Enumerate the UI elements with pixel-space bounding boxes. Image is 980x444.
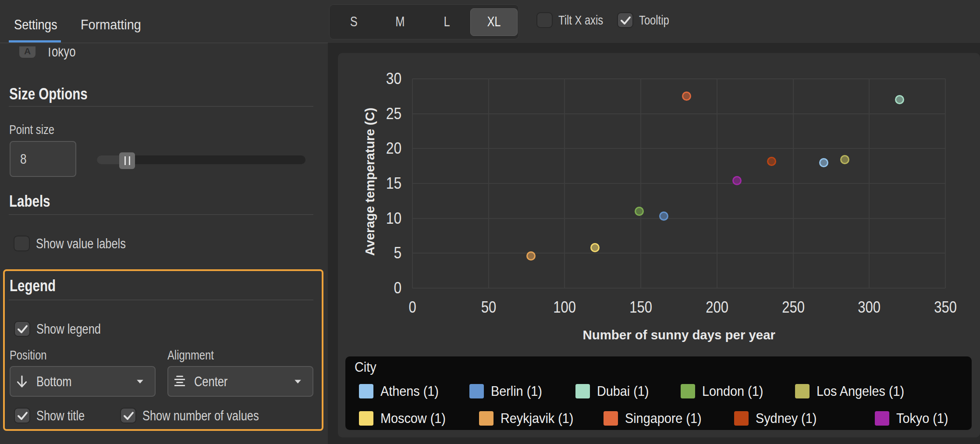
scatter-point-berlin[interactable] [659,211,668,221]
active-tab-underline [9,40,61,42]
size-option-label: XL [487,14,501,30]
alignment-dropdown[interactable]: Center [167,366,313,397]
legend-label: Moscow (1) [380,411,446,425]
gridline-horizontal [412,78,945,79]
show-title-row[interactable]: Show title [14,408,95,423]
y-tick-text: 0 [394,280,401,296]
y-tick-label: 10 [353,211,401,226]
show-legend-label: Show legend [36,322,115,336]
legend-item-singapore[interactable]: Singapore (1) [604,411,710,426]
slider-handle[interactable] [119,152,135,169]
legend-swatch [604,411,618,426]
legend-item-reykjavik[interactable]: Reykjavik (1) [479,411,582,426]
size-option-label: L [444,14,450,30]
legend-swatch [681,384,695,398]
series-style-icon[interactable]: A [19,46,36,58]
x-tick-text: 50 [481,300,496,315]
size-segmented-control: SMLXL [329,4,519,39]
series-row-label: Tokyo [46,48,76,59]
show-number-of-values-label: Show number of values [142,409,284,423]
gridline-horizontal [412,218,945,219]
series-row-tokyo[interactable]: A Tokyo [0,46,328,64]
x-tick-label: 350 [915,300,976,315]
legend-label: London (1) [702,384,763,398]
size-option-s[interactable]: S [330,8,377,36]
check-icon [16,409,29,422]
legend-item-london[interactable]: London (1) [681,384,770,398]
show-number-of-values-row[interactable]: Show number of values [120,408,284,423]
size-option-m[interactable]: M [377,8,423,36]
show-value-labels-checkbox[interactable] [14,236,30,251]
scatter-point-los-angeles[interactable] [840,155,849,164]
scatter-point-reykjavik[interactable] [526,251,536,261]
legend-swatch [734,411,749,426]
legend-label: Dubai (1) [597,384,649,398]
show-title-checkbox[interactable] [14,408,30,423]
series-row-label-clip: Tokyo [46,48,116,64]
tooltip-row[interactable]: Tooltip [617,12,676,28]
size-option-xl[interactable]: XL [470,8,518,36]
scatter-point-athens[interactable] [819,158,828,167]
show-legend-row[interactable]: Show legend [14,321,115,337]
legend-label: Reykjavik (1) [501,411,573,425]
legend-item-berlin[interactable]: Berlin (1) [469,384,548,398]
point-size-input[interactable]: 8 [10,141,76,177]
chart-preview-area: 051015202530 050100150200250300350 Avera… [328,43,980,444]
tooltip-checkbox[interactable] [617,12,633,28]
scatter-point-dubai[interactable] [895,95,904,104]
show-number-of-values-checkbox[interactable] [120,408,136,423]
x-tick-text: 350 [934,300,957,315]
legend-swatch [795,384,810,398]
legend-swatch [479,411,494,426]
legend-item-moscow[interactable]: Moscow (1) [359,411,453,426]
scatter-plot [412,79,945,288]
gridline-horizontal [412,288,945,289]
y-tick-text: 15 [386,176,401,191]
chart-legend-title: City [355,360,378,374]
legend-item-athens[interactable]: Athens (1) [359,384,445,398]
legend-item-dubai[interactable]: Dubai (1) [575,384,655,398]
show-legend-checkbox[interactable] [14,321,30,337]
scatter-point-sydney[interactable] [767,157,776,166]
chevron-down-icon [294,379,302,384]
gridline-horizontal [412,113,945,114]
legend-item-sydney[interactable]: Sydney (1) [734,411,824,426]
tabs-divider [0,42,328,43]
point-size-value: 8 [20,151,27,167]
alignment-label: Alignment [167,349,224,362]
tilt-x-axis-row[interactable]: Tilt X axis [536,12,613,28]
y-tick-text: 25 [386,106,401,122]
size-option-l[interactable]: L [424,8,470,36]
position-dropdown[interactable]: Bottom [10,366,156,397]
align-center-icon [174,374,185,389]
scatter-point-moscow[interactable] [590,243,600,252]
legend-swatch [469,384,484,398]
chart-toolbar: SMLXL Tilt X axis Tooltip [328,0,980,43]
tab-formatting-label: Formatting [81,18,141,32]
position-value: Bottom [36,375,79,388]
scatter-point-tokyo[interactable] [732,176,742,185]
chevron-down-icon [136,379,144,384]
legend-swatch [359,384,373,398]
point-size-slider[interactable] [97,155,305,164]
gridline-horizontal [412,183,945,184]
scatter-point-london[interactable] [635,207,644,216]
settings-sidebar: Settings Formatting A Tokyo Size Options… [0,0,328,444]
check-icon [619,14,632,27]
x-tick-label: 200 [686,300,748,315]
series-icon-letter: A [24,46,31,56]
scatter-point-singapore[interactable] [682,92,691,101]
show-title-label: Show title [36,409,95,423]
grip-line-icon [129,156,130,165]
x-axis-title: Number of sunny days per year [412,328,945,342]
legend-item-tokyo[interactable]: Tokyo (1) [875,411,954,426]
show-value-labels-row[interactable]: Show value labels [14,236,146,251]
point-size-label: Point size [9,123,64,136]
x-tick-label: 300 [838,300,900,315]
tilt-x-axis-checkbox[interactable] [536,12,553,28]
chart-settings-screen: Settings Formatting A Tokyo Size Options… [0,0,980,444]
tab-settings[interactable]: Settings [14,18,63,32]
legend-heading: Legend [10,278,66,294]
tab-formatting[interactable]: Formatting [81,18,146,32]
legend-item-los-angeles[interactable]: Los Angeles (1) [795,384,914,398]
